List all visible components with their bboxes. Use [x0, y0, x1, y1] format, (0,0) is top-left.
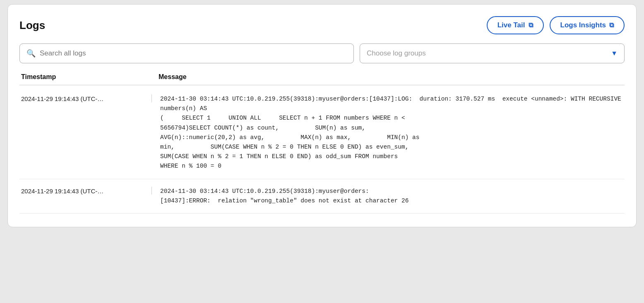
message-cell-0: 2024-11-30 03:14:43 UTC:10.0.219.255(393… [152, 94, 625, 171]
live-tail-label: Live Tail [497, 21, 525, 29]
log-groups-label: Choose log groups [367, 49, 426, 58]
live-tail-external-icon: ⧉ [529, 22, 533, 29]
dropdown-arrow-icon: ▼ [611, 50, 618, 57]
timestamp-cell-1: 2024-11-29 19:14:43 (UTC-… [19, 187, 152, 195]
live-tail-button[interactable]: Live Tail ⧉ [487, 16, 544, 34]
search-input[interactable] [40, 49, 347, 58]
timestamp-cell-0: 2024-11-29 19:14:43 (UTC-… [19, 94, 152, 102]
timestamp-column-header: Timestamp [19, 73, 152, 81]
logs-card: Logs Live Tail ⧉ Logs Insights ⧉ 🔍 Choos… [7, 4, 637, 227]
logs-insights-button[interactable]: Logs Insights ⧉ [550, 16, 625, 34]
table-row[interactable]: 2024-11-29 19:14:43 (UTC-…2024-11-30 03:… [19, 87, 625, 179]
search-box: 🔍 [19, 43, 354, 63]
message-column-header: Message [152, 73, 187, 81]
table-header: Timestamp Message [19, 73, 625, 85]
table-row[interactable]: 2024-11-29 19:14:43 (UTC-…2024-11-30 03:… [19, 179, 625, 214]
search-row: 🔍 Choose log groups ▼ [19, 43, 625, 63]
logs-insights-label: Logs Insights [560, 21, 606, 29]
table-body: 2024-11-29 19:14:43 (UTC-…2024-11-30 03:… [19, 87, 625, 214]
page-title: Logs [19, 19, 45, 32]
message-cell-1: 2024-11-30 03:14:43 UTC:10.0.219.255(393… [152, 187, 625, 206]
logs-insights-external-icon: ⧉ [609, 22, 614, 29]
header-buttons: Live Tail ⧉ Logs Insights ⧉ [487, 16, 625, 34]
log-groups-dropdown[interactable]: Choose log groups ▼ [360, 43, 625, 63]
header: Logs Live Tail ⧉ Logs Insights ⧉ [19, 16, 625, 34]
search-icon: 🔍 [26, 49, 36, 58]
